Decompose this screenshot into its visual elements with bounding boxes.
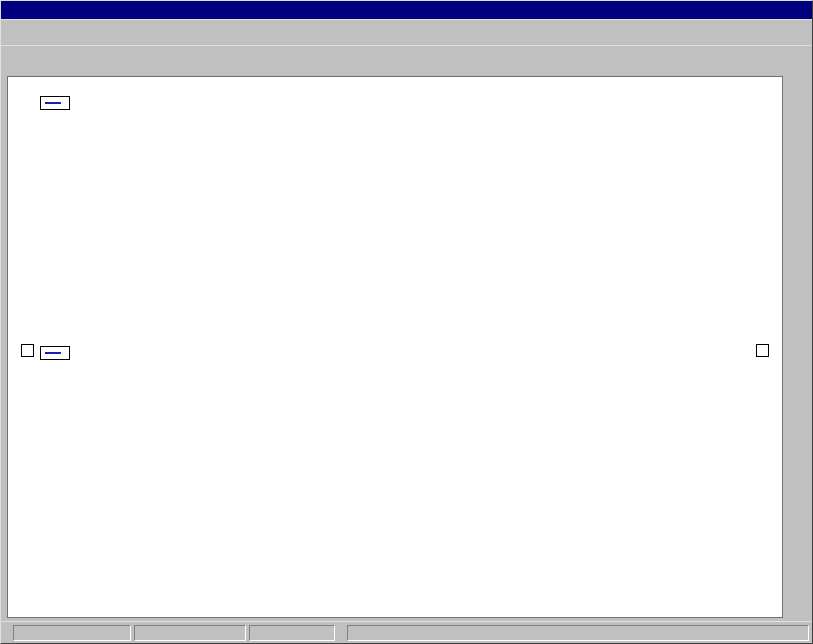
client-area (1, 71, 812, 621)
price-legend[interactable] (40, 96, 70, 110)
drawing-toolbar (785, 76, 811, 84)
app-window (0, 0, 813, 644)
close-line-sample (45, 102, 61, 104)
notis-line-sample (45, 352, 61, 354)
indicator-legend[interactable] (40, 346, 70, 360)
chart-canvas[interactable] (8, 77, 782, 617)
cursor-value-field-1 (13, 625, 131, 641)
titlebar[interactable] (1, 1, 812, 19)
statusbar (1, 621, 812, 643)
panel-settings-icon[interactable] (756, 344, 769, 357)
chart-area (7, 76, 783, 618)
cursor-value-field-2 (134, 625, 246, 641)
cursor-value-field-3 (249, 625, 335, 641)
panel-marker[interactable] (21, 344, 34, 357)
messages-field (347, 625, 809, 641)
chart-toolbar (1, 45, 812, 71)
main-toolbar (1, 19, 812, 45)
